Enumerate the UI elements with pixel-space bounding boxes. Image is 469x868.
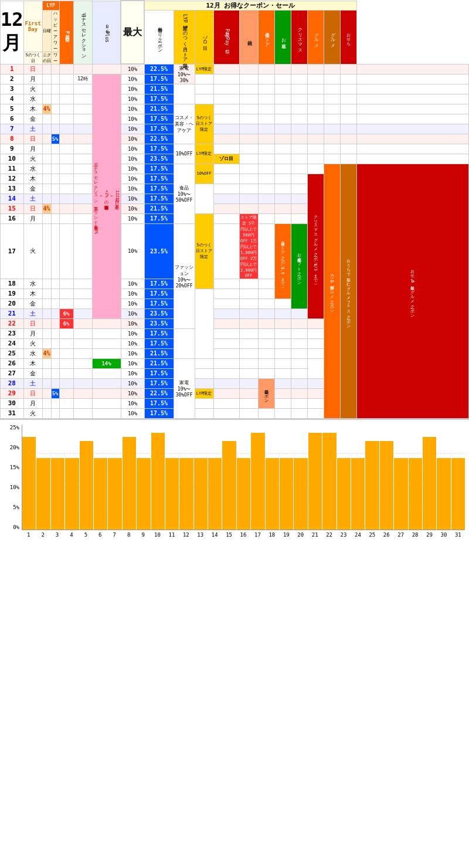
firstday-13 [42, 184, 51, 194]
nichiyou-20 [51, 299, 59, 308]
osechi-4 [356, 94, 468, 104]
christmas-31 [307, 408, 324, 418]
yuryo-30 [274, 398, 291, 408]
lyplim-2 [195, 74, 213, 84]
firstday-20 [42, 299, 51, 308]
saidai-27: 17.5% [144, 368, 174, 378]
saidai-29: 22.5% [144, 388, 174, 398]
y-label-5: 5% [13, 504, 19, 510]
nichiyou-31 [51, 408, 59, 418]
christmas-27 [291, 368, 307, 378]
day-num-3: 3 [1, 84, 24, 94]
x-label-18: 18 [265, 532, 278, 538]
zorome-16 [213, 213, 239, 223]
weekday-6: 金 [23, 114, 42, 124]
day-row-2: 2月12時12月2日12月正午〜↓+2%の事前準備期間↓ボーナスセレクション 人… [1, 74, 469, 84]
lyplim-4 [195, 94, 213, 104]
paypay-27 [213, 368, 239, 378]
yuryo-25 [274, 348, 291, 358]
osechi-11: おせち&年越しグルメクーポン [356, 164, 468, 418]
christmas-header: クリスマス [291, 10, 307, 64]
okura-8 [291, 134, 307, 144]
lyp-nichiyou-header: LYP [42, 1, 59, 10]
gourmet2-11: おうちで楽しむグルメフェスクーポン [340, 164, 356, 418]
bonus-27 [92, 368, 121, 378]
weekly-coupon-header: 週替わりクーポン [144, 10, 174, 64]
x-label-10: 10 [151, 532, 164, 538]
bonus-30 [92, 398, 121, 408]
y-label-10: 10% [10, 484, 19, 490]
chart-bar-15 [222, 441, 236, 529]
paypay-22 [239, 318, 258, 328]
osechi-9 [356, 144, 468, 154]
chop-10 [73, 154, 92, 164]
chart-bar-22 [322, 433, 336, 530]
zorome-2 [213, 74, 239, 84]
x-label-13: 13 [193, 532, 207, 538]
x-label-3: 3 [50, 532, 64, 538]
christmas-12: クリスマスグルメクーポン（1/3まで） [307, 174, 324, 318]
gourmet-header: グルメ [307, 10, 324, 64]
bonus-29 [92, 388, 121, 398]
gourmet2-7 [340, 124, 356, 134]
firstday-16 [42, 213, 51, 223]
zorome-11 [213, 164, 239, 174]
fuku-13 [258, 184, 274, 194]
bonus-event-2: 12月2日12月正午〜↓+2%の事前準備期間↓ボーナスセレクション 人気ブランド… [92, 74, 121, 318]
nichiyou-header: 日曜 [42, 10, 51, 52]
gourmet-11: カニ&海鮮グルメクーポン [324, 164, 340, 418]
saidai-8: 22.5% [144, 134, 174, 144]
yuryo-14 [274, 194, 291, 204]
bsplus-18: 10% [121, 279, 144, 289]
okura-29 [291, 388, 307, 398]
bonus-23 [92, 328, 121, 338]
paypay-2 [239, 74, 258, 84]
zorome-22 [213, 318, 239, 328]
nichiyou-8: 5% [51, 134, 59, 144]
saidai-12: 17.5% [144, 174, 174, 184]
bsplus-27: 10% [121, 368, 144, 378]
chart-bars [22, 425, 465, 530]
nichiyou-9 [51, 144, 59, 154]
paypay-16: ストア限定 5千円以上で500円OFF 1万円以上で1,000円OFF 2万円以… [239, 213, 258, 279]
christmas-3 [307, 84, 324, 94]
zorome-28 [213, 378, 239, 388]
x-label-8: 8 [122, 532, 135, 538]
chop-14 [73, 194, 92, 204]
bsplus-29: 10% [121, 388, 144, 398]
okura-2 [291, 74, 307, 84]
saidai-10: 23.5% [144, 154, 174, 164]
lyp-3 [59, 84, 73, 94]
chop-5 [73, 104, 92, 114]
firstday-26 [42, 358, 51, 368]
nichiyou-29: 5% [51, 388, 59, 398]
christmas-7 [307, 124, 324, 134]
weekday-10: 火 [23, 154, 42, 164]
bsplus-14: 10% [121, 194, 144, 204]
firstday-31 [42, 408, 51, 418]
osechi-10 [356, 154, 468, 164]
zorome-24 [213, 338, 239, 348]
firstday-3 [42, 84, 51, 94]
yuryo-1 [274, 64, 291, 74]
weekday-17: 火 [23, 223, 42, 279]
yuryo-5 [274, 104, 291, 114]
bonus-25 [92, 348, 121, 358]
firstday-30 [42, 398, 51, 408]
bsplus-13: 10% [121, 184, 144, 194]
nichiyou-12 [51, 174, 59, 184]
chop-24 [73, 338, 92, 348]
x-label-25: 25 [365, 532, 379, 538]
zorome-3 [213, 84, 239, 94]
firstday-28 [42, 378, 51, 388]
fuku-4 [258, 94, 274, 104]
lyp-8 [59, 134, 73, 144]
paypay-6 [239, 114, 258, 124]
day-num-24: 24 [1, 338, 24, 348]
weekday-26: 木 [23, 358, 42, 368]
chop-18 [73, 279, 92, 289]
day-num-17: 17 [1, 223, 24, 279]
zorome-13 [213, 184, 239, 194]
day-num-25: 25 [1, 348, 24, 358]
firstday-29 [42, 388, 51, 398]
